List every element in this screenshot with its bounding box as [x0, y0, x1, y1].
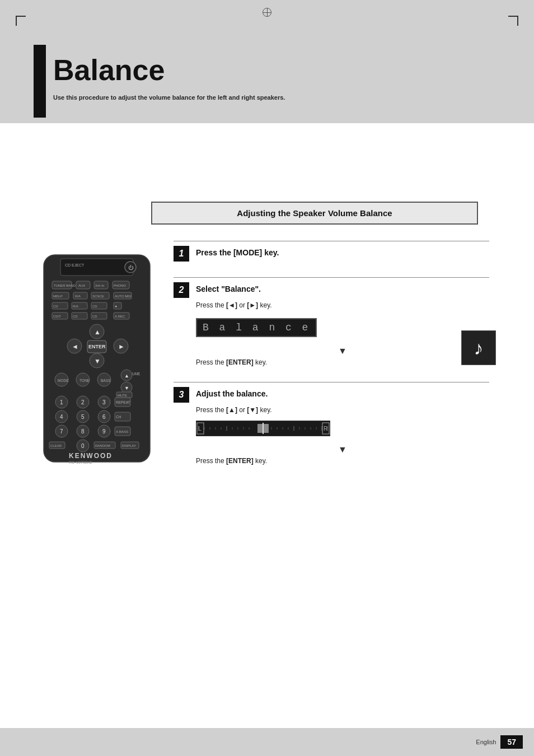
- step-3-enter: Press the [ENTER] key.: [196, 457, 489, 465]
- svg-text:KENWOOD: KENWOOD: [69, 452, 113, 460]
- step-3-instruction: Press the [▲] or [▼] key.: [196, 406, 489, 414]
- svg-text:▼: ▼: [124, 385, 129, 391]
- svg-text:⏻: ⏻: [128, 265, 134, 270]
- section-header-text: Adjusting the Speaker Volume Balance: [237, 208, 392, 218]
- svg-text:4: 4: [60, 414, 63, 420]
- step-2-number: 2: [174, 282, 189, 298]
- svg-text:A.REC: A.REC: [115, 315, 125, 318]
- svg-text:AUTO MDI: AUTO MDI: [115, 295, 132, 298]
- svg-text:◄: ◄: [72, 343, 78, 351]
- step-2-divider: [174, 277, 489, 278]
- svg-text:ENTER: ENTER: [88, 344, 106, 349]
- svg-text:TUNER BAND: TUNER BAND: [54, 284, 76, 287]
- svg-text:CD: CD: [73, 315, 78, 318]
- center-cross-top: [263, 8, 271, 17]
- svg-text:DISPLAY: DISPLAY: [122, 444, 136, 447]
- svg-text:BASS: BASS: [101, 379, 111, 382]
- svg-text:1: 1: [60, 399, 63, 405]
- svg-text:CD: CD: [53, 305, 58, 308]
- step-2: 2 Select "Balance". Press the [◄] or [►]…: [174, 277, 489, 366]
- svg-text:CD/T: CD/T: [53, 315, 61, 318]
- step-1-number: 1: [174, 246, 189, 262]
- section-header: Adjusting the Speaker Volume Balance: [151, 202, 478, 225]
- footer-language: English: [476, 739, 496, 745]
- steps-area: 1 Press the [MODE] key. 2 Select "Balanc…: [174, 241, 489, 480]
- svg-rect-1: [60, 259, 133, 276]
- svg-text:MUTE: MUTE: [118, 394, 127, 397]
- step-3-title: Adjust the balance.: [196, 387, 268, 398]
- page-title: Balance: [53, 53, 165, 87]
- svg-text:R/A: R/A: [75, 295, 81, 298]
- step-1: 1 Press the [MODE] key.: [174, 241, 489, 262]
- svg-text:SCNCE: SCNCE: [92, 295, 104, 298]
- svg-text:▲: ▲: [124, 373, 129, 379]
- svg-text:8: 8: [81, 428, 85, 435]
- svg-text:3: 3: [102, 399, 106, 405]
- step-2-enter: Press the [ENTER] key.: [196, 358, 489, 366]
- svg-text:MODE: MODE: [58, 379, 69, 382]
- svg-text:R: R: [324, 426, 327, 432]
- svg-text:9: 9: [102, 428, 106, 435]
- page-subtitle: Use this procedure to adjust the volume …: [53, 94, 285, 101]
- corner-mark-tr: [508, 16, 518, 26]
- svg-text:MDLP: MDLP: [53, 295, 63, 298]
- step-3-divider: [174, 382, 489, 382]
- svg-text:►: ►: [118, 343, 125, 351]
- svg-text:R/A: R/A: [73, 305, 78, 308]
- step-2-instruction: Press the [◄] or [►] key.: [196, 301, 489, 309]
- display-screen-text: B a l a n c e: [203, 322, 310, 333]
- black-strip: [34, 45, 46, 118]
- music-note-icon: ♪: [474, 337, 484, 359]
- svg-text:L: L: [198, 426, 202, 432]
- footer-page-number: 57: [500, 735, 523, 749]
- corner-mark-tl: [16, 16, 26, 26]
- svg-text:2ch In: 2ch In: [95, 284, 104, 287]
- svg-text:CLEAR: CLEAR: [50, 444, 62, 447]
- svg-text:X-BASS: X-BASS: [116, 430, 128, 433]
- svg-text:▲: ▲: [94, 328, 101, 336]
- svg-text:▼: ▼: [94, 357, 101, 365]
- remote-control: CD EJECT ⏻ TUNER BAND AUX 2ch In PHONO M…: [38, 252, 156, 473]
- svg-text:TONE: TONE: [79, 379, 90, 382]
- svg-text:CH: CH: [116, 415, 121, 419]
- svg-text:RANDOM: RANDOM: [95, 444, 110, 447]
- svg-text:5: 5: [81, 414, 85, 420]
- svg-text:CD: CD: [92, 315, 97, 318]
- svg-text:CD EJECT: CD EJECT: [65, 263, 85, 267]
- balance-bar: R L: [196, 421, 330, 436]
- svg-text:●: ●: [115, 304, 117, 308]
- step-1-title: Press the [MODE] key.: [196, 246, 279, 257]
- step-3-body: Press the [▲] or [▼] key.: [174, 406, 489, 465]
- svg-text:6: 6: [102, 414, 106, 420]
- svg-text:2: 2: [81, 399, 85, 405]
- step-2-body: Press the [◄] or [►] key. B a l a n c e …: [174, 301, 489, 366]
- svg-text:0: 0: [81, 443, 85, 449]
- step-2-title: Select "Balance".: [196, 282, 261, 293]
- svg-text:RC-V0700KE: RC-V0700KE: [69, 460, 92, 464]
- step-3: 3 Adjust the balance. Press the [▲] or […: [174, 382, 489, 465]
- music-note-box: ♪: [461, 330, 496, 365]
- display-screen: B a l a n c e: [196, 318, 317, 337]
- svg-text:7: 7: [60, 428, 63, 435]
- down-arrow-1: ▼: [196, 346, 489, 356]
- svg-text:AUX: AUX: [78, 284, 85, 287]
- svg-text:REPEAT: REPEAT: [116, 400, 130, 404]
- step-3-number: 3: [174, 387, 189, 403]
- step-1-divider: [174, 241, 489, 241]
- svg-text:PHONO: PHONO: [114, 284, 126, 287]
- down-arrow-2: ▼: [196, 445, 489, 455]
- svg-text:CD: CD: [92, 305, 97, 308]
- footer: English 57: [0, 728, 534, 756]
